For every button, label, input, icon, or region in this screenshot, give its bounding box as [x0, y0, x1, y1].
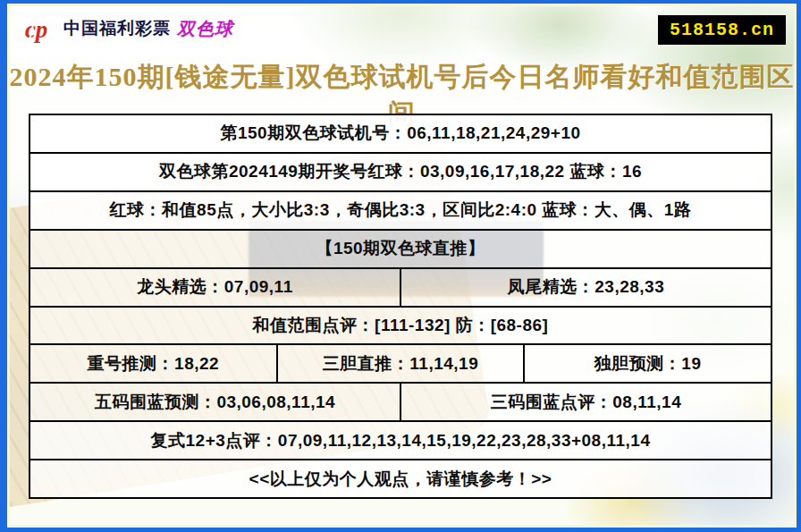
site-domain-badge[interactable]: 518158.cn: [658, 15, 786, 45]
row-trial-number: 第150期双色球试机号：06,11,18,21,24,29+10: [30, 115, 771, 154]
row-blue-predictions: 五码围蓝预测：03,06,08,11,14 三码围蓝点评：08,11,14: [30, 384, 771, 422]
red-analysis-text: 红球：和值85点，大小比3:3，奇偶比3:3，区间比2:4:0 蓝球：大、偶、1…: [30, 192, 771, 229]
logo-text-main: 中国福利彩票: [63, 17, 171, 40]
page: cp 中国福利彩票 双色球 518158.cn 2024年150期[钱途无量]双…: [0, 0, 801, 532]
section-header-text: 【150期双色球直推】: [30, 231, 771, 267]
row-compound: 复式12+3点评：07,09,11,12,13,14,15,19,22,23,2…: [30, 422, 771, 460]
phoenix-tail-cell: 凤尾精选：23,28,33: [401, 269, 771, 306]
sum-range-text: 和值范围点评：[111-132] 防：[68-86]: [30, 308, 771, 344]
three-blue-cell: 三码围蓝点评：08,11,14: [401, 384, 771, 420]
five-blue-cell: 五码围蓝预测：03,06,08,11,14: [30, 384, 401, 420]
row-disclaimer: <<以上仅为个人观点，请谨慎参考！>>: [30, 460, 771, 497]
three-dan-cell: 三胆直推：11,14,19: [278, 345, 526, 382]
row-sum-range: 和值范围点评：[111-132] 防：[68-86]: [30, 308, 771, 346]
row-draw-result: 双色球第2024149期开奖号红球：03,09,16,17,18,22 蓝球：1…: [30, 154, 771, 192]
draw-result-text: 双色球第2024149期开奖号红球：03,09,16,17,18,22 蓝球：1…: [30, 154, 771, 190]
logo-text-accent: 双色球: [177, 17, 233, 41]
site-logo[interactable]: cp 中国福利彩票 双色球: [23, 13, 233, 45]
row-red-analysis: 红球：和值85点，大小比3:3，奇偶比3:3，区间比2:4:0 蓝球：大、偶、1…: [30, 192, 771, 231]
row-dan-predictions: 重号推测：18,22 三胆直推：11,14,19 独胆预测：19: [30, 345, 771, 384]
header: cp 中国福利彩票 双色球 518158.cn: [7, 4, 797, 50]
repeat-number-cell: 重号推测：18,22: [30, 345, 278, 382]
cwl-logo-icon: cp: [23, 13, 57, 45]
compound-text: 复式12+3点评：07,09,11,12,13,14,15,19,22,23,2…: [30, 422, 771, 459]
prediction-table: 第150期双色球试机号：06,11,18,21,24,29+10 双色球第202…: [29, 114, 772, 499]
dragon-head-cell: 龙头精选：07,09,11: [30, 269, 401, 306]
disclaimer-text: <<以上仅为个人观点，请谨慎参考！>>: [30, 460, 771, 497]
row-head-tail: 龙头精选：07,09,11 凤尾精选：23,28,33: [30, 269, 771, 308]
single-dan-cell: 独胆预测：19: [525, 345, 771, 382]
row-section-header: 【150期双色球直推】: [30, 231, 771, 269]
trial-number-text: 第150期双色球试机号：06,11,18,21,24,29+10: [30, 115, 771, 152]
